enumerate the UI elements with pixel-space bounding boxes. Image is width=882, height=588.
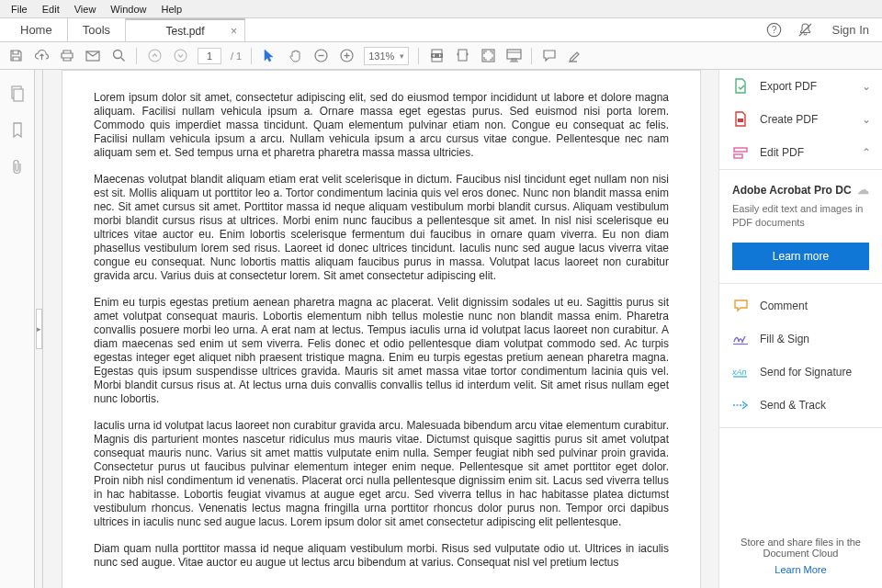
fit-width-icon[interactable] bbox=[428, 48, 445, 64]
tool-edit-pdf[interactable]: Edit PDF ⌃ bbox=[719, 136, 882, 169]
menu-view[interactable]: View bbox=[67, 0, 104, 18]
menu-edit[interactable]: Edit bbox=[35, 0, 67, 18]
svg-rect-24 bbox=[738, 119, 743, 122]
menu-bar: File Edit View Window Help bbox=[0, 0, 882, 18]
tab-bar: Home Tools Test.pdf × ? Sign In bbox=[0, 18, 882, 42]
main-area: ▸ Lorem ipsum dolor sit amet, consectetu… bbox=[0, 70, 882, 588]
highlight-icon[interactable] bbox=[567, 48, 583, 64]
hand-pan-icon[interactable] bbox=[287, 48, 303, 64]
chevron-down-icon: ⌄ bbox=[862, 113, 871, 126]
save-icon[interactable] bbox=[7, 48, 24, 64]
tab-document-label: Test.pdf bbox=[166, 25, 205, 38]
thumbnails-icon[interactable] bbox=[9, 85, 26, 103]
promo-title: Adobe Acrobat Pro DC bbox=[732, 184, 852, 197]
menu-help[interactable]: Help bbox=[153, 0, 189, 18]
svg-point-4 bbox=[113, 51, 121, 59]
tool-label: Edit PDF bbox=[760, 146, 804, 159]
read-mode-icon[interactable] bbox=[505, 48, 522, 64]
fill-sign-icon bbox=[732, 331, 749, 347]
svg-text:?: ? bbox=[772, 25, 777, 35]
doc-paragraph: Enim eu turpis egestas pretium aenean ph… bbox=[94, 296, 669, 406]
svg-rect-26 bbox=[734, 154, 742, 158]
svg-rect-17 bbox=[507, 50, 521, 59]
svg-rect-14 bbox=[431, 53, 443, 58]
document-page: Lorem ipsum dolor sit amet, consectetur … bbox=[62, 70, 701, 588]
promo-subtitle: Easily edit text and images in PDF docum… bbox=[732, 202, 869, 230]
svg-rect-25 bbox=[734, 148, 747, 152]
svg-rect-23 bbox=[14, 89, 23, 101]
doc-paragraph: Maecenas volutpat blandit aliquam etiam … bbox=[94, 173, 669, 283]
right-panel: Export PDF ⌄ Create PDF ⌄ Edit PDF ⌃ Ado… bbox=[718, 70, 882, 588]
zoom-value: 131% bbox=[368, 51, 394, 62]
tool-label: Export PDF bbox=[760, 80, 817, 93]
svg-point-6 bbox=[149, 50, 161, 62]
doc-paragraph: Diam quam nulla porttitor massa id neque… bbox=[94, 542, 669, 570]
search-icon[interactable] bbox=[110, 48, 127, 64]
page-number-input[interactable] bbox=[198, 48, 221, 64]
sign-in-link[interactable]: Sign In bbox=[832, 23, 869, 37]
chevron-down-icon: ▾ bbox=[400, 51, 404, 61]
svg-rect-15 bbox=[458, 50, 467, 61]
doc-paragraph: Iaculis urna id volutpat lacus laoreet n… bbox=[94, 419, 669, 529]
zoom-dropdown[interactable]: 131% ▾ bbox=[364, 47, 409, 65]
tool-export-pdf[interactable]: Export PDF ⌄ bbox=[719, 70, 882, 103]
doc-paragraph: Lorem ipsum dolor sit amet, consectetur … bbox=[94, 91, 669, 160]
menu-window[interactable]: Window bbox=[103, 0, 153, 18]
comment-icon bbox=[732, 298, 749, 314]
tab-home[interactable]: Home bbox=[6, 18, 68, 41]
tool-label: Fill & Sign bbox=[760, 333, 809, 345]
create-pdf-icon bbox=[732, 111, 749, 128]
attachments-icon[interactable] bbox=[9, 158, 26, 176]
footer-promo-text: Store and share files in the Document Cl… bbox=[732, 537, 869, 559]
footer-promo: Store and share files in the Document Cl… bbox=[719, 527, 882, 588]
menu-file[interactable]: File bbox=[4, 0, 35, 18]
page-down-icon[interactable] bbox=[172, 48, 188, 64]
cloud-icon: ☁ bbox=[857, 183, 869, 197]
chevron-up-icon: ⌃ bbox=[862, 146, 871, 159]
tool-fill-sign[interactable]: Fill & Sign bbox=[719, 322, 882, 356]
svg-line-5 bbox=[120, 58, 124, 62]
svg-point-7 bbox=[175, 50, 187, 62]
svg-text:xAn: xAn bbox=[732, 368, 747, 377]
email-icon[interactable] bbox=[85, 48, 101, 64]
send-track-icon bbox=[732, 397, 749, 413]
tool-label: Send & Track bbox=[760, 399, 826, 412]
page-up-icon[interactable] bbox=[146, 48, 163, 64]
tab-close-icon[interactable]: × bbox=[231, 25, 237, 38]
notifications-icon[interactable] bbox=[797, 22, 814, 39]
cloud-upload-icon[interactable] bbox=[33, 48, 50, 64]
tab-document[interactable]: Test.pdf × bbox=[126, 18, 245, 41]
fullscreen-icon[interactable] bbox=[480, 48, 496, 64]
zoom-out-icon[interactable] bbox=[312, 48, 329, 64]
selection-cursor-icon[interactable] bbox=[261, 48, 277, 64]
export-pdf-icon bbox=[732, 78, 749, 95]
tool-create-pdf[interactable]: Create PDF ⌄ bbox=[719, 103, 882, 136]
svg-rect-19 bbox=[512, 59, 516, 61]
svg-line-2 bbox=[799, 24, 811, 36]
left-sidebar bbox=[0, 70, 35, 588]
learn-more-button[interactable]: Learn more bbox=[732, 243, 869, 270]
chevron-down-icon: ⌄ bbox=[862, 80, 871, 93]
tool-comment[interactable]: Comment bbox=[719, 289, 882, 322]
page-total-label: / 1 bbox=[231, 51, 242, 62]
tool-label: Create PDF bbox=[760, 113, 818, 126]
tool-label: Comment bbox=[760, 300, 808, 312]
comment-bubble-icon[interactable] bbox=[541, 48, 558, 64]
edit-promo-panel: Adobe Acrobat Pro DC ☁ Easily edit text … bbox=[719, 169, 882, 284]
send-signature-icon: xAn bbox=[732, 364, 749, 380]
edit-pdf-icon bbox=[732, 144, 749, 161]
fit-page-icon[interactable] bbox=[454, 48, 470, 64]
help-icon[interactable]: ? bbox=[766, 22, 783, 39]
print-icon[interactable] bbox=[59, 48, 75, 64]
document-viewport[interactable]: Lorem ipsum dolor sit amet, consectetur … bbox=[43, 70, 718, 588]
toolbar: / 1 131% ▾ bbox=[0, 42, 882, 70]
zoom-in-icon[interactable] bbox=[338, 48, 355, 64]
bookmark-ribbon-icon[interactable] bbox=[9, 121, 26, 140]
left-collapse-handle[interactable]: ▸ bbox=[35, 70, 43, 588]
tool-send-track[interactable]: Send & Track bbox=[719, 389, 882, 422]
collapse-grip-icon: ▸ bbox=[36, 309, 42, 349]
tool-label: Send for Signature bbox=[760, 366, 852, 379]
footer-learn-more-link[interactable]: Learn More bbox=[732, 564, 869, 575]
tool-send-signature[interactable]: xAn Send for Signature bbox=[719, 356, 882, 389]
tab-tools[interactable]: Tools bbox=[68, 18, 126, 41]
